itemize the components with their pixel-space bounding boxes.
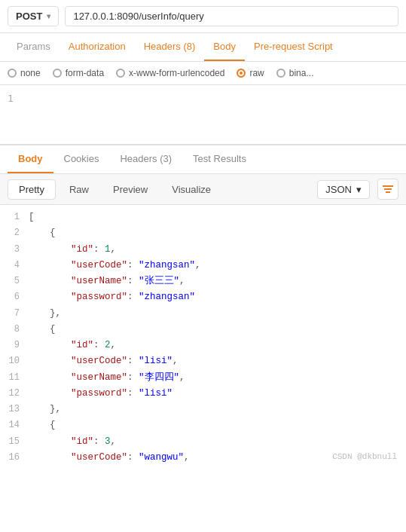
radio-binary[interactable]: bina...: [276, 68, 314, 78]
format-select[interactable]: JSON ▾: [317, 180, 370, 199]
tab-headers-response[interactable]: Headers (3): [109, 145, 182, 173]
json-line-13: 13 },: [8, 402, 398, 417]
json-line-5: 5 "userName": "张三三",: [8, 274, 398, 289]
radio-urlencoded[interactable]: x-www-form-urlencoded: [116, 68, 224, 78]
format-chevron: ▾: [356, 184, 362, 195]
url-input[interactable]: [65, 6, 398, 26]
response-tabs: Body Cookies Headers (3) Test Results: [0, 145, 406, 174]
view-pretty-button[interactable]: Pretty: [8, 179, 56, 200]
json-line-14: 14 {: [8, 417, 398, 433]
radio-label-urlencoded: x-www-form-urlencoded: [129, 68, 224, 78]
radio-raw[interactable]: raw: [237, 68, 264, 78]
radio-label-binary: bina...: [289, 68, 314, 78]
json-line-6: 6 "password": "zhangsan": [8, 289, 398, 305]
tab-params[interactable]: Params: [8, 33, 60, 61]
view-toolbar: Pretty Raw Preview Visualize JSON ▾: [0, 174, 406, 205]
tab-body-req[interactable]: Body: [204, 33, 245, 61]
format-label: JSON: [325, 184, 352, 195]
json-line-2: 2 {: [8, 225, 398, 241]
radio-none[interactable]: none: [8, 68, 41, 78]
view-raw-button[interactable]: Raw: [59, 180, 99, 199]
radio-label-raw: raw: [249, 68, 264, 78]
tab-authorization[interactable]: Authorization: [60, 33, 135, 61]
radio-circle-form-data: [53, 69, 62, 78]
filter-icon[interactable]: [377, 179, 398, 200]
radio-circle-urlencoded: [116, 69, 125, 78]
watermark: CSDN @dkbnull: [332, 450, 397, 464]
json-line-9: 9 "id": 2,: [8, 338, 398, 353]
radio-label-form-data: form-data: [66, 68, 104, 78]
tab-body-response[interactable]: Body: [8, 145, 53, 173]
tab-test-results[interactable]: Test Results: [182, 145, 257, 173]
radio-form-data[interactable]: form-data: [53, 68, 104, 78]
request-tabs: Params Authorization Headers (8) Body Pr…: [0, 33, 406, 62]
json-line-1: 1 [: [8, 209, 398, 225]
json-body: 1 [ 2 { 3 "id": 1, 4 "userCode": "zhangs…: [0, 205, 406, 470]
radio-circle-binary: [276, 69, 285, 78]
url-bar: POST ▾: [0, 0, 406, 33]
tab-headers-req[interactable]: Headers (8): [135, 33, 205, 61]
req-line-1: 1: [8, 93, 30, 104]
request-body-editor[interactable]: 1: [0, 85, 406, 145]
body-type-row: none form-data x-www-form-urlencoded raw…: [0, 62, 406, 85]
method-chevron: ▾: [47, 12, 50, 20]
method-label: POST: [16, 11, 42, 22]
json-line-4: 4 "userCode": "zhangsan",: [8, 258, 398, 274]
json-line-15: 15 "id": 3,: [8, 434, 398, 450]
json-line-3: 3 "id": 1,: [8, 242, 398, 258]
radio-circle-raw: [237, 69, 246, 78]
tab-cookies[interactable]: Cookies: [53, 145, 110, 173]
method-select[interactable]: POST ▾: [8, 6, 59, 26]
view-visualize-button[interactable]: Visualize: [161, 180, 221, 199]
json-line-8: 8 {: [8, 322, 398, 338]
view-preview-button[interactable]: Preview: [102, 180, 158, 199]
radio-circle-none: [8, 69, 17, 78]
json-line-7: 7 },: [8, 306, 398, 322]
json-line-10: 10 "userCode": "lisi",: [8, 353, 398, 369]
json-line-12: 12 "password": "lisi": [8, 386, 398, 402]
json-line-11: 11 "userName": "李四四",: [8, 370, 398, 386]
request-body-line-numbers: 1: [8, 93, 30, 136]
radio-label-none: none: [20, 68, 41, 78]
tab-pre-request[interactable]: Pre-request Script: [245, 33, 342, 61]
